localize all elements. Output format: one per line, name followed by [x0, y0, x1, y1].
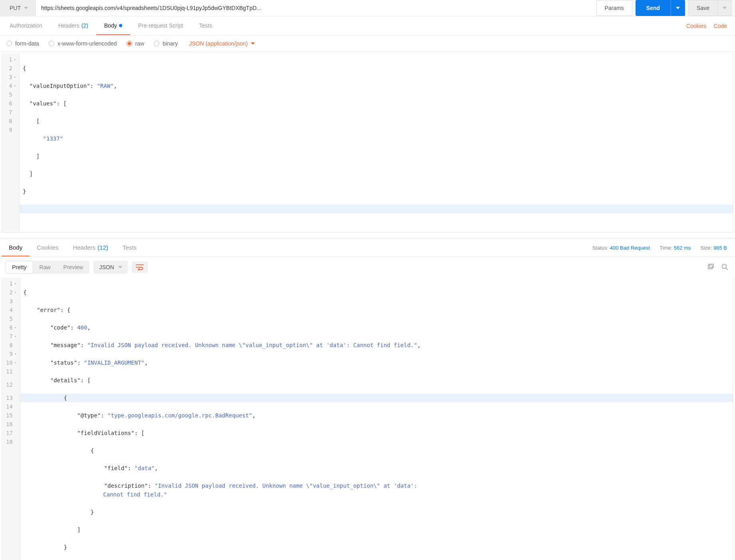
body-type-urlencoded[interactable]: x-www-form-urlencoded	[49, 40, 117, 47]
send-button[interactable]: Send	[636, 0, 671, 16]
code-link[interactable]: Code	[714, 23, 727, 29]
response-body-editor[interactable]: 1▾ 2▾ 3 4 5 6▾ 7▾ 8 9▾ 10▾ 11 12 13 14 1…	[2, 278, 733, 560]
radio-icon	[154, 41, 159, 46]
status-block: Status: 400 Bad Request Time: 562 ms Siz…	[592, 245, 733, 251]
radio-icon	[127, 41, 132, 46]
line-gutter: 1▾ 2 3▾ 4▾ 5 6 7 8 9	[2, 54, 20, 232]
radio-icon	[49, 41, 54, 46]
response-toolbar: Pretty Raw Preview JSON	[0, 257, 735, 278]
body-type-row: form-data x-www-form-urlencoded raw bina…	[0, 36, 735, 52]
view-mode-tabs: Pretty Raw Preview	[6, 261, 89, 274]
content-type-select[interactable]: JSON (application/json)	[189, 40, 255, 47]
resp-tab-tests[interactable]: Tests	[115, 239, 144, 256]
line-gutter: 1▾ 2▾ 3 4 5 6▾ 7▾ 8 9▾ 10▾ 11 12 13 14 1…	[2, 278, 20, 560]
code-area[interactable]: { "valueInputOption": "RAW", "values": […	[20, 54, 733, 232]
chevron-down-icon	[723, 7, 727, 9]
body-type-raw[interactable]: raw	[127, 40, 145, 47]
resp-tab-body[interactable]: Body	[2, 239, 30, 256]
wrap-lines-button[interactable]	[132, 262, 148, 273]
request-tabs: Authorization Headers (2) Body Pre-reque…	[0, 16, 735, 36]
params-button[interactable]: Params	[596, 0, 632, 16]
size-value: 965 B	[713, 245, 727, 251]
tab-tests[interactable]: Tests	[191, 16, 220, 35]
save-menu-button[interactable]	[718, 0, 732, 16]
wrap-icon	[136, 264, 144, 270]
chevron-down-icon	[118, 266, 122, 268]
view-raw[interactable]: Raw	[33, 261, 57, 274]
http-method-label: PUT	[10, 5, 21, 11]
request-bar: PUT https://sheets.googleapis.com/v4/spr…	[0, 0, 735, 16]
svg-line-3	[726, 268, 728, 270]
status-value: 400 Bad Request	[610, 245, 650, 251]
view-preview[interactable]: Preview	[57, 261, 90, 274]
send-menu-button[interactable]	[671, 0, 685, 16]
response-format-select[interactable]: JSON	[93, 261, 127, 274]
chevron-down-icon	[24, 7, 28, 9]
tab-body[interactable]: Body	[96, 16, 130, 35]
radio-icon	[6, 41, 12, 46]
http-method-select[interactable]: PUT	[0, 0, 35, 16]
body-type-formdata[interactable]: form-data	[6, 40, 39, 47]
resp-tab-headers[interactable]: Headers (12)	[66, 239, 115, 256]
svg-rect-0	[708, 265, 712, 269]
resp-tab-cookies[interactable]: Cookies	[30, 239, 66, 256]
tab-prerequest[interactable]: Pre-request Script	[130, 16, 191, 35]
svg-rect-1	[709, 264, 713, 268]
tab-authorization[interactable]: Authorization	[2, 16, 50, 35]
time-value: 562 ms	[674, 245, 691, 251]
cookies-link[interactable]: Cookies	[686, 23, 707, 29]
svg-point-2	[722, 264, 727, 269]
request-body-editor[interactable]: 1▾ 2 3▾ 4▾ 5 6 7 8 9 { "valueInputOption…	[2, 54, 733, 233]
view-pretty[interactable]: Pretty	[6, 261, 33, 274]
chevron-down-icon	[676, 7, 680, 9]
response-tabs: Body Cookies Headers (12) Tests Status: …	[0, 238, 735, 257]
url-input[interactable]: https://sheets.googleapis.com/v4/spreads…	[35, 0, 596, 16]
code-area[interactable]: { "error": { "code": 400, "message": "In…	[20, 278, 733, 560]
body-type-binary[interactable]: binary	[154, 40, 178, 47]
search-icon	[721, 264, 729, 271]
copy-icon	[707, 264, 714, 271]
tab-headers[interactable]: Headers (2)	[50, 16, 96, 35]
search-button[interactable]	[721, 263, 729, 272]
chevron-down-icon	[251, 42, 255, 45]
save-button[interactable]: Save	[688, 0, 718, 16]
copy-button[interactable]	[706, 263, 715, 272]
unsaved-dot-icon	[119, 24, 122, 27]
